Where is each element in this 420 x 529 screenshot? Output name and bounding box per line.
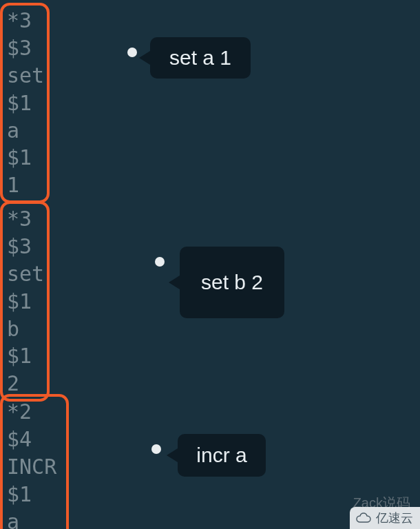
- command-bubble: set b 2: [180, 247, 284, 318]
- protocol-line: $1: [7, 144, 43, 172]
- protocol-line: a: [7, 508, 62, 529]
- protocol-line: b: [7, 315, 43, 343]
- protocol-line: 1: [7, 172, 43, 199]
- protocol-box: *3$3set$1a$11: [0, 3, 50, 203]
- command-bubble: set a 1: [150, 37, 251, 79]
- connector-dot: [155, 257, 165, 267]
- watermark-site-badge: 亿速云: [350, 507, 420, 529]
- protocol-box: *2$4INCR$1a: [0, 394, 69, 529]
- protocol-line: INCR: [7, 453, 62, 481]
- protocol-line: *2: [7, 398, 62, 426]
- connector-dot: [151, 444, 161, 454]
- protocol-line: $1: [7, 90, 43, 117]
- protocol-line: set: [7, 62, 43, 90]
- protocol-line: a: [7, 117, 43, 145]
- command-bubble: incr a: [178, 434, 266, 477]
- cloud-icon: [355, 512, 372, 523]
- protocol-box: *3$3set$1b$12: [0, 201, 50, 402]
- connector-dot: [127, 48, 137, 57]
- protocol-line: $1: [7, 288, 43, 315]
- protocol-line: *3: [7, 205, 43, 233]
- protocol-line: $3: [7, 233, 43, 260]
- protocol-line: *3: [7, 7, 43, 34]
- protocol-line: $4: [7, 426, 62, 453]
- protocol-line: $1: [7, 481, 62, 508]
- command-label: set b 2: [201, 271, 263, 294]
- watermark-site-label: 亿速云: [376, 510, 413, 526]
- protocol-line: $1: [7, 342, 43, 370]
- command-label: set a 1: [169, 46, 231, 70]
- protocol-line: set: [7, 260, 43, 288]
- protocol-line: $3: [7, 34, 43, 62]
- command-label: incr a: [196, 444, 246, 467]
